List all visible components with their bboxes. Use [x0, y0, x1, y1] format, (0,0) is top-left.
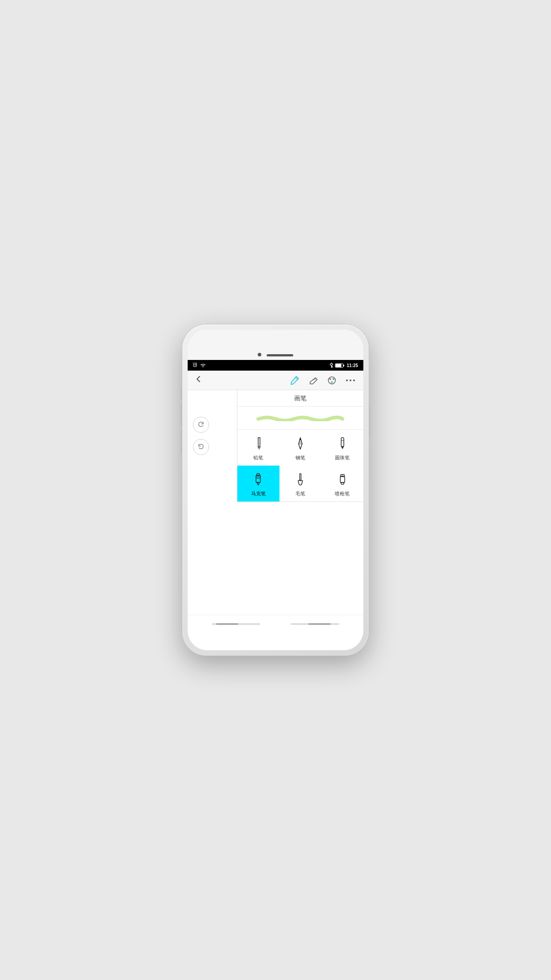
toolbar [188, 371, 363, 390]
brush-item-spray-label: 喷枪笔 [335, 490, 350, 497]
svg-point-13 [350, 379, 351, 381]
back-chevron-icon [194, 375, 203, 383]
stroke-preview-svg [256, 415, 345, 421]
status-time: 11:25 [346, 363, 358, 368]
spray-gun-icon: 0 [335, 472, 350, 488]
marker-icon [250, 472, 266, 488]
brush-item-marker-label: 马克笔 [251, 490, 266, 497]
svg-rect-21 [257, 474, 260, 476]
brush-grid: 铅笔 钢笔 [237, 430, 363, 502]
brush-item-brush-label: 毛笔 [295, 490, 305, 497]
document-icon [193, 363, 198, 368]
pen-tool-icon [290, 375, 299, 385]
phone-top-decoration [188, 330, 363, 360]
redo-button[interactable] [193, 417, 209, 433]
bluetooth-icon [330, 363, 333, 368]
color-palette-icon [327, 375, 337, 385]
fountain-pen-icon [292, 436, 308, 452]
toolbar-tools [288, 374, 357, 387]
side-buttons [193, 417, 209, 455]
svg-point-12 [346, 379, 348, 381]
more-options-icon [346, 375, 355, 385]
svg-rect-0 [193, 363, 197, 367]
drawing-area[interactable]: 画笔 [188, 390, 363, 632]
status-bar: 11:25 [188, 360, 363, 371]
back-button[interactable] [194, 375, 207, 386]
svg-rect-25 [340, 476, 345, 482]
undo-button[interactable] [193, 439, 209, 455]
brush-item-marker[interactable]: 马克笔 [237, 466, 279, 502]
camera-dot [258, 353, 261, 356]
svg-point-9 [330, 378, 331, 380]
scroll-thumb-right [308, 623, 331, 625]
redo-icon [197, 421, 205, 429]
svg-rect-18 [341, 438, 344, 447]
pencil-icon [250, 436, 266, 452]
brush-item-ballpoint-label: 圆珠笔 [335, 454, 350, 461]
svg-rect-5 [343, 364, 344, 366]
horizontal-scroll-right[interactable] [291, 623, 339, 625]
svg-point-11 [331, 381, 333, 383]
brush-item-fountain-label: 钢笔 [295, 454, 305, 461]
svg-rect-24 [299, 474, 301, 481]
app-content: 画笔 [188, 371, 363, 632]
speaker-bar [267, 354, 293, 356]
svg-point-14 [353, 379, 355, 381]
more-options-button[interactable] [344, 374, 357, 387]
brush-item-spray[interactable]: 0 喷枪笔 [321, 466, 363, 502]
svg-rect-4 [336, 364, 342, 367]
brush-panel-title: 画笔 [237, 390, 363, 407]
phone-frame: 11:25 [182, 324, 369, 656]
eraser-tool-icon [308, 375, 318, 385]
bottom-scrollbars [188, 615, 363, 632]
brush-item-fountain[interactable]: 钢笔 [279, 430, 322, 466]
color-tool-button[interactable] [325, 374, 338, 387]
brush-item-ballpoint[interactable]: 圆珠笔 [321, 430, 363, 466]
status-right-area: 11:25 [330, 363, 358, 368]
scroll-thumb-left [216, 623, 238, 625]
svg-rect-20 [256, 475, 260, 482]
undo-icon [197, 443, 205, 451]
brush-panel: 画笔 [237, 390, 363, 502]
brush-item-pencil-label: 铅笔 [253, 454, 263, 461]
phone-screen: 11:25 [188, 330, 363, 650]
horizontal-scroll-left[interactable] [212, 623, 260, 625]
eraser-tool-button[interactable] [307, 374, 320, 387]
pen-tool-button[interactable] [288, 374, 301, 387]
svg-point-10 [333, 378, 335, 380]
brush-item-pencil[interactable]: 铅笔 [237, 430, 279, 466]
brush-preview [237, 407, 363, 430]
battery-icon [335, 363, 345, 368]
brush-icon [292, 472, 308, 488]
wifi-icon [200, 363, 206, 368]
ballpoint-icon [335, 436, 350, 452]
brush-item-brush[interactable]: 毛笔 [279, 466, 322, 502]
status-left-icons [193, 363, 206, 368]
